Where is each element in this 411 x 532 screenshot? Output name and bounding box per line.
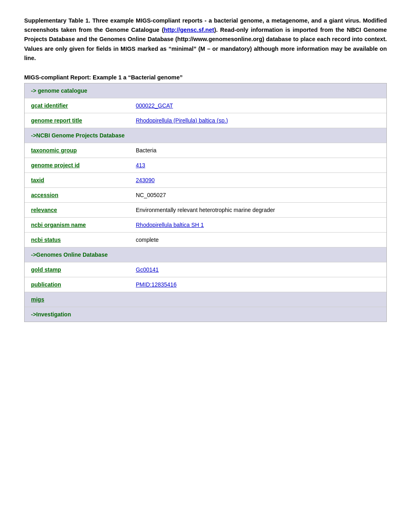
field-value-cell[interactable]: 413 [129, 158, 386, 172]
field-value-cell: NC_005027 [129, 187, 386, 202]
section-header-cell[interactable]: ->Genomes Online Database [25, 247, 386, 262]
table-row: taxonomic groupBacteria [25, 143, 386, 158]
table-row: gold stampGc00141 [25, 262, 386, 277]
field-name-cell[interactable]: genome project id [25, 158, 129, 172]
field-name-cell[interactable]: taxonomic group [25, 143, 129, 158]
section-header-row: ->Genomes Online Database [25, 247, 386, 262]
field-value-link[interactable]: 243090 [136, 177, 155, 183]
table-row: publicationPMID:12835416 [25, 277, 386, 292]
field-value-link[interactable]: Gc00141 [136, 266, 159, 273]
field-value-cell[interactable]: 000022_GCAT [129, 98, 386, 113]
section-header-cell[interactable]: -> genome catalogue [25, 83, 386, 98]
migs-row[interactable]: migs [25, 292, 386, 307]
field-value-link[interactable]: PMID:12835416 [136, 281, 176, 288]
table-row: genome report titleRhodopirellula (Pirel… [25, 113, 386, 128]
table-row: ncbi organism nameRhodopirellula baltica… [25, 217, 386, 232]
table-row: taxid243090 [25, 172, 386, 187]
table-row: accessionNC_005027 [25, 187, 386, 202]
field-name-cell[interactable]: genome report title [25, 113, 129, 128]
field-value-link[interactable]: Rhodopirellula (Pirellula) baltica (sp.) [136, 117, 228, 124]
field-name-cell[interactable]: taxid [25, 172, 129, 187]
section-header-row: ->Investigation [25, 307, 386, 322]
field-name-cell[interactable]: ncbi organism name [25, 217, 129, 232]
field-value-cell[interactable]: 243090 [129, 172, 386, 187]
field-name-cell[interactable]: publication [25, 277, 129, 292]
section-header-cell[interactable]: ->NCBI Genome Projects Database [25, 128, 386, 143]
section-header-row: ->NCBI Genome Projects Database [25, 128, 386, 143]
field-value-cell[interactable]: Gc00141 [129, 262, 386, 277]
table-row: ncbi statuscomplete [25, 232, 386, 247]
migs-cell[interactable]: migs [25, 292, 386, 307]
intro-paragraph: Supplementary Table 1. Three example MIG… [24, 16, 387, 63]
field-name-cell[interactable]: ncbi status [25, 232, 129, 247]
field-value-cell: Bacteria [129, 143, 386, 158]
field-value-cell: complete [129, 232, 386, 247]
field-value-link[interactable]: Rhodopirellula baltica SH 1 [136, 222, 204, 228]
field-value-cell: Environmentally relevant heterotrophic m… [129, 202, 386, 217]
data-table: -> genome cataloguegcat identifier000022… [25, 83, 386, 322]
main-table: -> genome cataloguegcat identifier000022… [24, 83, 387, 322]
field-value-cell[interactable]: Rhodopirellula (Pirellula) baltica (sp.) [129, 113, 386, 128]
field-value-cell[interactable]: PMID:12835416 [129, 277, 386, 292]
section-header-cell[interactable]: ->Investigation [25, 307, 386, 322]
gensc-link[interactable]: http://gensc.sf.net [164, 27, 214, 33]
field-name-cell[interactable]: relevance [25, 202, 129, 217]
section-header-row: -> genome catalogue [25, 83, 386, 98]
table-row: relevanceEnvironmentally relevant hetero… [25, 202, 386, 217]
field-name-cell[interactable]: gcat identifier [25, 98, 129, 113]
field-name-cell[interactable]: gold stamp [25, 262, 129, 277]
table-row: genome project id413 [25, 158, 386, 172]
field-value-link[interactable]: 000022_GCAT [136, 102, 173, 109]
field-value-cell[interactable]: Rhodopirellula baltica SH 1 [129, 217, 386, 232]
report-title: MIGS-compliant Report: Example 1 a “Bact… [24, 74, 387, 81]
field-name-cell[interactable]: accession [25, 187, 129, 202]
table-row: gcat identifier000022_GCAT [25, 98, 386, 113]
field-value-link[interactable]: 413 [136, 162, 145, 168]
